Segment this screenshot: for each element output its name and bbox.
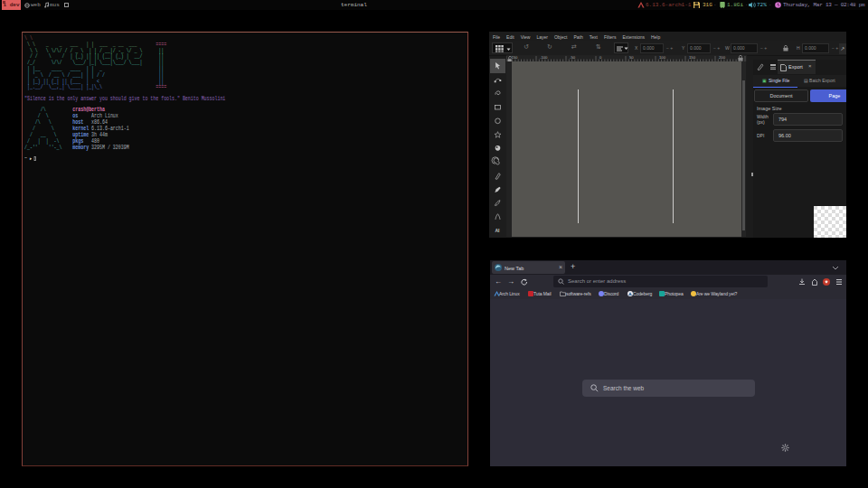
svg-text:150: 150 [689,55,696,60]
svg-text:-100: -100 [540,55,548,60]
svg-text:200: 200 [719,55,726,60]
svg-text:100: 100 [659,55,666,60]
svg-text:0: 0 [599,55,602,60]
svg-text:-50: -50 [570,55,576,60]
svg-text:50: 50 [629,55,634,60]
svg-text:AI: AI [495,229,500,234]
